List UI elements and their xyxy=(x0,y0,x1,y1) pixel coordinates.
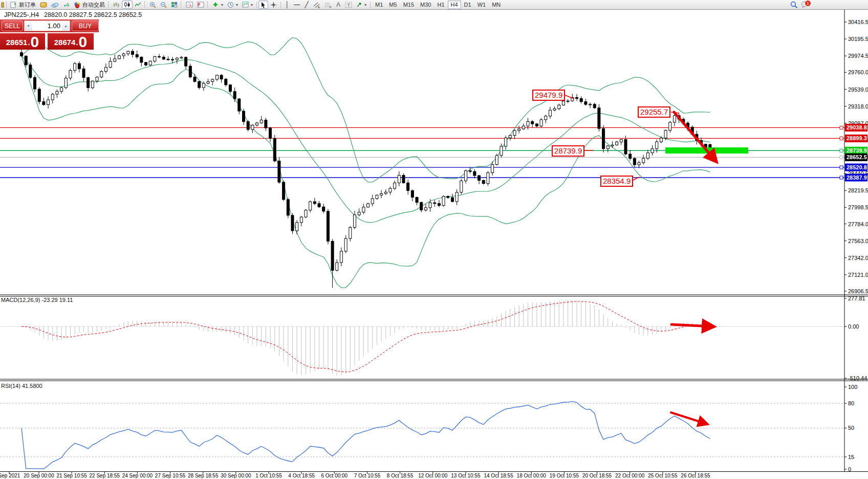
arrows-tool-button[interactable]: ▾ xyxy=(354,1,368,9)
line-end-marker[interactable] xyxy=(840,176,843,179)
line-end-marker[interactable] xyxy=(840,137,843,140)
tab-h4[interactable]: H4 xyxy=(448,1,461,9)
price-callout[interactable]: 28739.9 xyxy=(552,145,584,157)
candle-down xyxy=(198,81,201,88)
candle-up xyxy=(309,202,312,210)
candle-up xyxy=(56,91,58,94)
crosshair-tool-button[interactable] xyxy=(268,1,279,9)
price-callout[interactable]: 29255.7 xyxy=(638,106,670,118)
sell-button[interactable]: SELL xyxy=(2,20,23,31)
candle-down xyxy=(273,138,276,161)
candle-down xyxy=(20,53,23,56)
tab-d1[interactable]: D1 xyxy=(461,1,474,9)
candle-down xyxy=(447,197,449,198)
trend-arrow-macd[interactable] xyxy=(671,324,712,326)
candle-up xyxy=(202,83,205,88)
fibonacci-tool-button[interactable]: F xyxy=(322,1,334,9)
text-tool-button[interactable]: A xyxy=(334,1,343,9)
templates-caret[interactable]: ▾ xyxy=(251,3,253,7)
tab-m1[interactable]: M1 xyxy=(372,1,386,9)
candle-up xyxy=(336,263,338,270)
main-chart-pane xyxy=(0,37,844,288)
tab-m30[interactable]: M30 xyxy=(417,1,434,9)
date-tick-label: 20 Oct 18:55 xyxy=(582,473,612,478)
candle-down xyxy=(478,176,481,180)
candle-up xyxy=(64,78,67,88)
periods-caret[interactable]: ▾ xyxy=(236,3,238,7)
date-tick-label: 20 Sep 00:00 xyxy=(24,473,54,478)
tab-h1[interactable]: H1 xyxy=(434,1,447,9)
axis-tick-label: 29318.0 xyxy=(848,103,868,110)
candle-down xyxy=(318,204,320,207)
trendline-tool-button[interactable]: ╱ xyxy=(302,1,311,9)
candle-up xyxy=(567,101,569,101)
channel-tool-button[interactable]: E xyxy=(311,1,322,9)
toolbar: 新订单 自动交易 ▾ xyxy=(0,0,868,10)
date-tick-label: 24 Sep 00:00 xyxy=(122,473,153,478)
candle-down xyxy=(291,215,294,231)
chart-shift-button[interactable] xyxy=(195,1,206,9)
axis-tick-label: 30195.5 xyxy=(848,36,868,42)
price-callout[interactable]: 28354.9 xyxy=(600,176,633,187)
periods-button[interactable]: ▾ xyxy=(225,1,240,9)
candle-up xyxy=(553,108,556,110)
indicators-button[interactable]: ▾ xyxy=(210,1,225,9)
search-icon[interactable] xyxy=(790,1,798,9)
candle-down xyxy=(331,241,334,270)
bar-chart-button[interactable] xyxy=(111,1,122,9)
notifications-button[interactable]: 1 xyxy=(801,1,810,9)
new-order-label: 新订单 xyxy=(19,1,36,9)
line-end-marker[interactable] xyxy=(840,156,843,159)
sell-price[interactable]: 28651.0 xyxy=(0,33,45,50)
candle-down xyxy=(629,154,632,159)
new-order-button[interactable]: 新订单 xyxy=(8,1,38,9)
price-callout[interactable]: 29479.9 xyxy=(532,90,565,101)
arrows-caret[interactable]: ▾ xyxy=(364,3,366,7)
signal-button[interactable] xyxy=(61,1,72,9)
candlestick-chart-button[interactable] xyxy=(122,1,133,9)
candle-down xyxy=(531,121,534,124)
label-icon: T xyxy=(345,2,352,8)
trend-arrow-rsi[interactable] xyxy=(671,412,706,424)
tab-m5[interactable]: M5 xyxy=(386,1,400,9)
candle-down xyxy=(29,65,32,77)
candle-up xyxy=(638,163,640,165)
cloud-button[interactable] xyxy=(49,1,61,9)
candle-down xyxy=(136,54,138,57)
volume-input[interactable] xyxy=(32,22,62,30)
trade-prices-row: 28651.0 28674.0 xyxy=(0,33,99,50)
hline-tool-button[interactable]: — xyxy=(292,1,302,9)
zoom-in-icon xyxy=(149,2,156,8)
candle-up xyxy=(509,136,511,138)
zoom-in-button[interactable] xyxy=(147,1,158,9)
volume-decrease-button[interactable]: ▾ xyxy=(25,21,32,31)
candle-up xyxy=(362,207,365,212)
label-tool-button[interactable]: T xyxy=(343,1,354,9)
line-end-marker[interactable] xyxy=(840,126,843,129)
line-end-marker[interactable] xyxy=(840,166,843,169)
auto-scroll-button[interactable] xyxy=(184,1,195,9)
volume-increase-button[interactable]: ▴ xyxy=(62,21,70,31)
auto-trading-button[interactable]: 自动交易 xyxy=(72,1,107,9)
candle-down xyxy=(598,108,600,128)
buy-price[interactable]: 28674.0 xyxy=(48,33,94,50)
date-tick-label: 22 Oct 00:00 xyxy=(615,473,645,478)
tab-mn[interactable]: MN xyxy=(489,1,504,9)
buy-button[interactable]: BUY xyxy=(72,20,99,31)
candle-up xyxy=(180,57,183,58)
indicators-caret[interactable]: ▾ xyxy=(221,3,223,7)
templates-button[interactable]: ▾ xyxy=(240,1,255,9)
candle-up xyxy=(394,183,396,188)
line-chart-button[interactable] xyxy=(133,1,143,9)
candle-up xyxy=(154,56,156,61)
line-end-marker[interactable] xyxy=(840,149,843,152)
tab-m15[interactable]: M15 xyxy=(400,1,417,9)
tab-w1[interactable]: W1 xyxy=(474,1,489,9)
market-watch-button[interactable] xyxy=(38,1,49,9)
zoom-out-button[interactable] xyxy=(158,1,169,9)
cursor-tool-button[interactable] xyxy=(258,1,268,9)
tile-windows-button[interactable] xyxy=(169,1,180,9)
vline-tool-button[interactable]: │ xyxy=(283,1,292,9)
zoom-out-icon xyxy=(160,2,167,8)
candle-down xyxy=(229,85,231,92)
